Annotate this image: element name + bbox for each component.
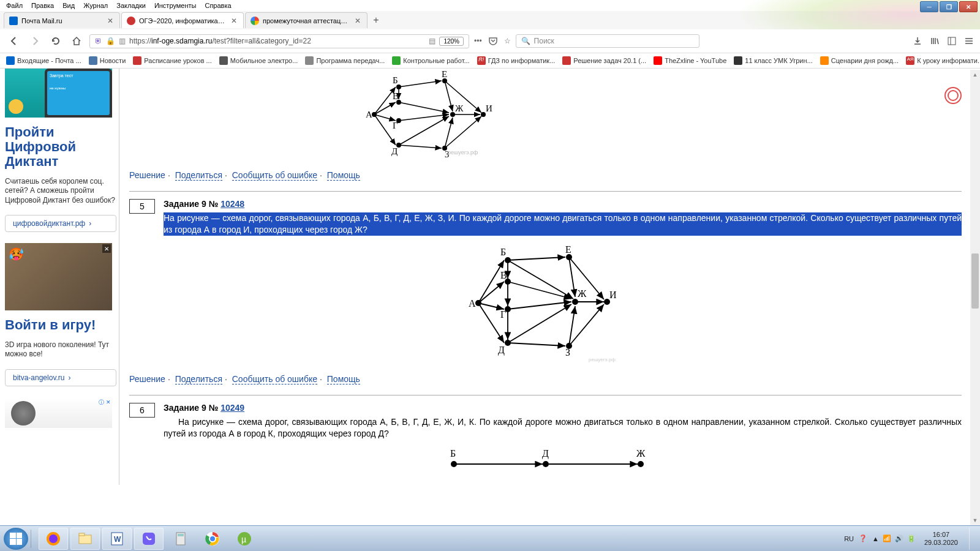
solution-link[interactable]: Решение [129, 170, 165, 180]
library-icon[interactable] [930, 36, 940, 46]
menu-icon[interactable] [964, 36, 974, 46]
close-button[interactable]: ✕ [959, 1, 978, 12]
search-bar[interactable]: 🔍 Поиск [516, 34, 699, 48]
bookmark-item[interactable]: Сценарии дня рожд... [820, 56, 899, 65]
solution-link[interactable]: Решение [129, 374, 165, 384]
tray-battery-icon[interactable]: 🔋 [907, 534, 916, 542]
tab-mailru[interactable]: Почта Mail.ru ✕ [4, 12, 120, 28]
bookmark-item[interactable]: АЯК уроку информати... [906, 56, 980, 65]
svg-text:решуегэ.рф: решуегэ.рф [589, 357, 616, 362]
svg-text:Е: Е [442, 69, 447, 79]
tray-network-icon[interactable]: 📶 [883, 534, 891, 542]
scroll-down-button[interactable]: ▼ [970, 515, 980, 525]
sidebar-icon[interactable] [947, 36, 957, 46]
tray-clock[interactable]: 16:07 29.03.2020 [921, 531, 962, 545]
bookmark-item[interactable]: TheZxline - YouTube [654, 56, 726, 65]
help-link[interactable]: Помощь [327, 170, 360, 181]
tray-flag-icon[interactable]: ▲ [872, 535, 879, 542]
bookmark-item[interactable]: Расписание уроков ... [133, 56, 211, 65]
taskbar-app-explorer[interactable] [70, 528, 100, 550]
bookmark-item[interactable]: Контрольные работ... [392, 56, 469, 65]
task-id-link[interactable]: 10249 [221, 403, 244, 413]
bookmark-item[interactable]: Решение задач 20.1 (... [562, 56, 646, 65]
task-text-selected[interactable]: На рисунке — схема дорог, связывающих го… [164, 212, 962, 236]
maximize-button[interactable]: ❐ [940, 1, 958, 12]
favicon-icon [654, 56, 662, 65]
forward-button[interactable] [27, 33, 43, 49]
taskbar-app-utorrent[interactable]: µ [230, 528, 259, 550]
help-float-button[interactable] [944, 87, 962, 104]
ellipsis-icon[interactable]: ••• [474, 37, 482, 45]
start-button[interactable] [4, 528, 28, 550]
new-tab-button[interactable]: + [369, 13, 383, 28]
menu-view[interactable]: Вид [62, 2, 75, 9]
svg-point-60 [572, 299, 578, 305]
svg-text:Г: Г [393, 121, 398, 130]
download-icon[interactable] [913, 36, 922, 46]
ad-close-icon[interactable]: ✕ [102, 244, 111, 253]
share-link[interactable]: Поделиться [175, 170, 222, 181]
zoom-badge[interactable]: 120% [439, 37, 464, 46]
scroll-up-button[interactable]: ▲ [970, 70, 980, 80]
show-desktop-button[interactable] [969, 528, 976, 550]
taskbar-app-viber[interactable] [134, 528, 164, 550]
tray-lang[interactable]: RU [844, 535, 854, 542]
ad-title[interactable]: Пройти Цифровой Диктант [5, 122, 116, 172]
home-button[interactable] [69, 33, 85, 49]
minimize-button[interactable]: ─ [920, 1, 938, 12]
menu-bookmarks[interactable]: Закладки [116, 2, 146, 9]
task-block: 6 Задание 9 № 10249 На рисунке — схема д… [129, 403, 962, 440]
ad-link-button[interactable]: bitva-angelov.ru [5, 369, 116, 386]
scroll-thumb[interactable] [971, 253, 979, 309]
url-bar[interactable]: ⛨ 🔒 ▥ https://inf-oge.sdamgia.ru/test?fi… [89, 34, 469, 48]
bookmark-item[interactable]: Новости [89, 56, 126, 65]
share-link[interactable]: Поделиться [175, 374, 222, 384]
tray-volume-icon[interactable]: 🔊 [895, 534, 903, 542]
pocket-icon[interactable] [488, 36, 498, 46]
menu-edit[interactable]: Правка [31, 2, 54, 9]
favicon-icon: R! [477, 56, 486, 65]
bookmark-item[interactable]: Мобильное электро... [219, 56, 298, 65]
main-content: АБВ ГДЕ ЖЗИ решуегэ.рф Решение· Поделить… [122, 69, 980, 485]
bookmark-item[interactable]: 11 класс УМК Угрин... [734, 56, 812, 65]
separator [129, 191, 962, 192]
svg-text:И: И [486, 103, 492, 113]
tab-title: ОГЭ−2020, информатика: задания, [139, 17, 226, 24]
menu-history[interactable]: Журнал [83, 2, 108, 9]
taskbar-app-calculator[interactable] [166, 528, 195, 550]
menu-help[interactable]: Справка [205, 2, 231, 9]
bookmark-item[interactable]: Программа передач... [305, 56, 385, 65]
star-icon[interactable]: ☆ [504, 37, 511, 45]
tab-close-icon[interactable]: ✕ [106, 17, 115, 25]
ad-link-button[interactable]: цифровойдиктант.рф [5, 215, 116, 232]
tab-close-icon[interactable]: ✕ [230, 17, 238, 25]
tab-sdamgia[interactable]: ОГЭ−2020, информатика: задания, ✕ [121, 12, 244, 28]
report-link[interactable]: Сообщить об ошибке [232, 170, 317, 181]
bookmark-item[interactable]: R!ГДЗ по информатик... [477, 56, 556, 65]
task-actions: Решение· Поделиться· Сообщить об ошибке·… [129, 167, 962, 184]
report-link[interactable]: Сообщить об ошибке [232, 374, 317, 384]
menu-file[interactable]: Файл [6, 2, 23, 9]
tab-google[interactable]: промежуточная аттестация 9 класс ✕ [245, 12, 368, 28]
taskbar-app-word[interactable]: W [102, 528, 132, 550]
vertical-scrollbar[interactable]: ▲ ▼ [970, 70, 980, 525]
svg-line-36 [478, 260, 504, 303]
menu-tools[interactable]: Инструменты [154, 2, 197, 9]
ad-banner[interactable]: ⓘ ✕ [5, 397, 112, 428]
svg-line-46 [508, 343, 565, 346]
tray-help-icon[interactable]: ❓ [859, 534, 867, 542]
ad-title[interactable]: Войти в игру! [5, 315, 116, 335]
taskbar-app-firefox[interactable] [39, 528, 68, 550]
back-button[interactable] [6, 33, 22, 49]
tab-close-icon[interactable]: ✕ [353, 17, 362, 25]
reader-icon[interactable]: ▤ [429, 37, 435, 45]
help-link[interactable]: Помощь [327, 374, 360, 384]
svg-point-77 [638, 461, 644, 467]
taskbar-app-chrome[interactable] [198, 528, 227, 550]
ad-image[interactable]: ✕ 🥵 [5, 243, 112, 310]
reload-button[interactable] [48, 33, 64, 49]
bookmark-item[interactable]: Входящие - Почта ... [6, 56, 81, 65]
task-id-link[interactable]: 10248 [221, 199, 244, 209]
ad-banner[interactable]: Завтра тестне нужны [5, 69, 112, 118]
adchoices-icon[interactable]: ⓘ ✕ [99, 399, 111, 407]
